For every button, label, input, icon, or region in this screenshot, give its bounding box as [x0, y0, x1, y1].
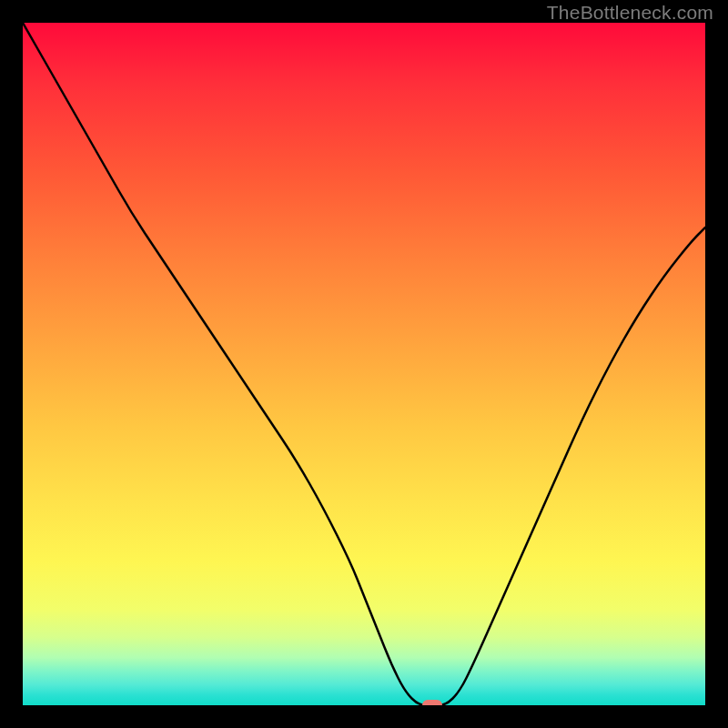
optimal-marker	[422, 700, 442, 705]
bottleneck-curve	[23, 23, 705, 705]
chart-frame: TheBottleneck.com	[0, 0, 728, 728]
plot-area	[23, 23, 705, 705]
watermark-text: TheBottleneck.com	[547, 2, 713, 24]
